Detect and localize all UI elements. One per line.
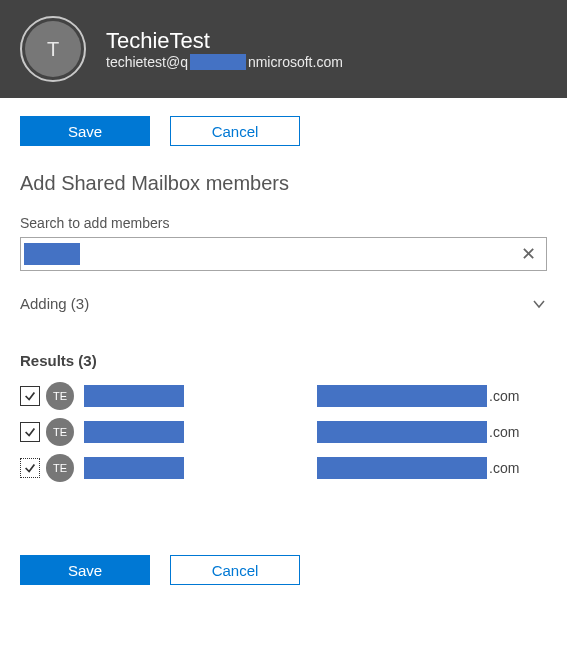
save-button[interactable]: Save <box>20 116 150 146</box>
checkbox[interactable] <box>20 422 40 442</box>
avatar: T <box>20 16 86 82</box>
email-suffix: .com <box>489 388 519 404</box>
redacted-block <box>84 421 184 443</box>
result-row: TE.com <box>20 415 547 449</box>
member-name <box>84 457 194 479</box>
email-suffix: nmicrosoft.com <box>248 54 343 70</box>
search-label: Search to add members <box>20 215 547 231</box>
member-avatar: TE <box>46 418 74 446</box>
checkbox[interactable] <box>20 458 40 478</box>
search-box[interactable]: ✕ <box>20 237 547 271</box>
member-email: .com <box>317 421 547 443</box>
result-row: TE.com <box>20 379 547 413</box>
redacted-block <box>317 385 487 407</box>
redacted-block <box>317 421 487 443</box>
clear-search-icon[interactable]: ✕ <box>517 243 540 265</box>
save-button[interactable]: Save <box>20 555 150 585</box>
search-input[interactable] <box>80 241 517 267</box>
adding-label: Adding (3) <box>20 295 89 312</box>
member-avatar: TE <box>46 382 74 410</box>
redacted-block <box>317 457 487 479</box>
member-name <box>84 421 194 443</box>
results-label: Results (3) <box>20 352 547 369</box>
email-suffix: .com <box>489 424 519 440</box>
email-suffix: .com <box>489 460 519 476</box>
email-prefix: techietest@q <box>106 54 188 70</box>
checkbox[interactable] <box>20 386 40 406</box>
redacted-block <box>24 243 80 265</box>
redacted-block <box>84 385 184 407</box>
header-bar: T TechieTest techietest@q nmicrosoft.com <box>0 0 567 98</box>
cancel-button[interactable]: Cancel <box>170 555 300 585</box>
member-email: .com <box>317 385 547 407</box>
redacted-block <box>84 457 184 479</box>
adding-toggle[interactable]: Adding (3) <box>20 295 547 312</box>
results-list: TE.comTE.comTE.com <box>20 379 547 485</box>
chevron-down-icon <box>531 296 547 312</box>
top-button-row: Save Cancel <box>20 116 547 146</box>
mailbox-title: TechieTest <box>106 28 343 54</box>
member-avatar: TE <box>46 454 74 482</box>
member-email: .com <box>317 457 547 479</box>
member-name <box>84 385 194 407</box>
avatar-initial: T <box>25 21 81 77</box>
mailbox-email: techietest@q nmicrosoft.com <box>106 54 343 70</box>
result-row: TE.com <box>20 451 547 485</box>
redacted-block <box>190 54 246 70</box>
cancel-button[interactable]: Cancel <box>170 116 300 146</box>
header-text: TechieTest techietest@q nmicrosoft.com <box>106 28 343 70</box>
bottom-button-row: Save Cancel <box>20 555 547 585</box>
section-title: Add Shared Mailbox members <box>20 172 547 195</box>
